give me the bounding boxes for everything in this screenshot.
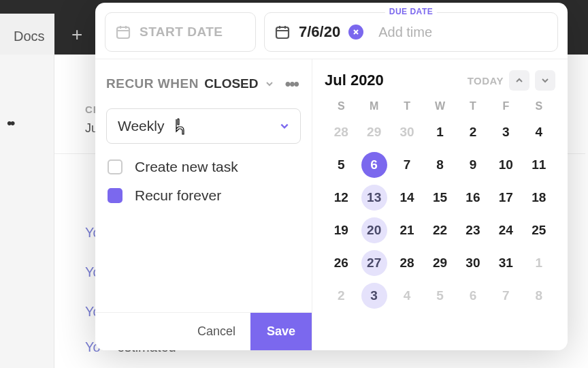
calendar-day[interactable]: 6 bbox=[357, 151, 390, 179]
chevron-down-icon bbox=[280, 118, 289, 134]
calendar-day[interactable]: 1 bbox=[523, 249, 555, 277]
calendar-day[interactable]: 15 bbox=[423, 183, 456, 212]
calendar-day[interactable]: 30 bbox=[391, 118, 423, 147]
calendar-day[interactable]: 6 bbox=[457, 281, 489, 310]
left-gutter bbox=[0, 55, 54, 368]
calendar-nav: TODAY bbox=[468, 70, 555, 91]
calendar-day[interactable]: 12 bbox=[325, 183, 357, 212]
calendar-day[interactable]: 7 bbox=[391, 151, 423, 179]
svg-rect-1 bbox=[276, 27, 289, 38]
calendar-day[interactable]: 4 bbox=[391, 281, 423, 310]
save-button[interactable]: Save bbox=[250, 313, 312, 351]
recurrence-pane: RECUR WHEN CLOSED ••• Weekly Create new … bbox=[95, 59, 312, 350]
add-time-button[interactable]: Add time bbox=[378, 25, 432, 40]
due-date-value: 7/6/20 bbox=[299, 23, 340, 41]
start-date-field[interactable]: START DATE bbox=[105, 12, 256, 52]
calendar-day[interactable]: 25 bbox=[523, 216, 555, 245]
create-new-task-option[interactable]: Create new task bbox=[108, 159, 299, 175]
calendar-day[interactable]: 2 bbox=[325, 281, 357, 310]
option-label: Create new task bbox=[135, 159, 238, 175]
calendar-day[interactable]: 17 bbox=[489, 183, 522, 212]
calendar-day[interactable]: 29 bbox=[423, 249, 456, 277]
calendar-day[interactable]: 3 bbox=[357, 281, 390, 310]
calendar-icon bbox=[115, 24, 131, 40]
calendar-day[interactable]: 31 bbox=[489, 249, 522, 277]
calendar-pane: Jul 2020 TODAY SMTWTFS 28293012345678910… bbox=[312, 59, 568, 350]
start-date-placeholder: START DATE bbox=[140, 25, 223, 40]
plus-icon[interactable]: + bbox=[71, 24, 82, 46]
calendar-day[interactable]: 8 bbox=[523, 281, 555, 310]
calendar-day[interactable]: 26 bbox=[325, 249, 357, 277]
calendar-day[interactable]: 16 bbox=[457, 183, 489, 212]
calendar-day[interactable]: 11 bbox=[523, 151, 555, 179]
modal-header: START DATE DUE DATE 7/6/20 Add time bbox=[95, 3, 568, 59]
calendar-day[interactable]: 4 bbox=[523, 118, 555, 147]
day-of-week-label: T bbox=[391, 100, 423, 112]
day-of-week-label: S bbox=[523, 100, 555, 112]
option-label: Recur forever bbox=[135, 187, 221, 204]
recur-trigger-dropdown[interactable]: RECUR WHEN CLOSED bbox=[106, 76, 274, 91]
due-date-label: DUE DATE bbox=[385, 7, 437, 16]
calendar-day[interactable]: 1 bbox=[423, 118, 456, 147]
svg-rect-0 bbox=[117, 27, 129, 38]
recur-header: RECUR WHEN CLOSED ••• bbox=[106, 72, 301, 96]
calendar-day[interactable]: 7 bbox=[489, 281, 522, 310]
calendar-day[interactable]: 9 bbox=[457, 151, 489, 179]
clear-due-date-button[interactable] bbox=[348, 25, 363, 40]
chevron-up-icon bbox=[515, 76, 523, 85]
today-button[interactable]: TODAY bbox=[468, 75, 504, 87]
calendar-day[interactable]: 28 bbox=[391, 249, 423, 277]
calendar-day[interactable]: 30 bbox=[457, 249, 489, 277]
day-of-week-label: T bbox=[457, 100, 489, 112]
calendar-header: Jul 2020 TODAY bbox=[325, 70, 555, 91]
calendar-day[interactable]: 14 bbox=[391, 183, 423, 212]
recur-prefix: RECUR WHEN bbox=[106, 76, 199, 91]
day-of-week-row: SMTWTFS bbox=[325, 100, 555, 112]
calendar-icon bbox=[274, 24, 291, 40]
calendar-day[interactable]: 5 bbox=[325, 151, 357, 179]
day-of-week-label: S bbox=[325, 100, 357, 112]
day-of-week-label: W bbox=[423, 100, 456, 112]
frequency-select[interactable]: Weekly bbox=[106, 108, 301, 144]
ellipsis-icon[interactable]: •• bbox=[7, 114, 13, 132]
chevron-down-icon bbox=[541, 76, 549, 85]
calendar-day[interactable]: 28 bbox=[325, 118, 357, 147]
docs-tab[interactable]: Docs bbox=[0, 14, 54, 59]
calendar-day[interactable]: 29 bbox=[357, 118, 390, 147]
month-title: Jul 2020 bbox=[325, 72, 384, 89]
more-options-button[interactable]: ••• bbox=[282, 72, 301, 96]
chevron-down-icon bbox=[265, 78, 274, 91]
calendar-day[interactable]: 23 bbox=[457, 216, 489, 245]
modal-body: RECUR WHEN CLOSED ••• Weekly Create new … bbox=[95, 59, 568, 350]
calendar-day[interactable]: 22 bbox=[423, 216, 456, 245]
calendar-day[interactable]: 27 bbox=[357, 249, 390, 277]
recurrence-options: Create new task Recur forever bbox=[106, 159, 301, 204]
modal-footer: Cancel Save bbox=[95, 312, 312, 350]
next-month-button[interactable] bbox=[535, 70, 555, 91]
frequency-value: Weekly bbox=[118, 118, 164, 134]
calendar-day[interactable]: 13 bbox=[357, 183, 390, 212]
calendar-day[interactable]: 18 bbox=[523, 183, 555, 212]
prev-month-button[interactable] bbox=[509, 70, 529, 91]
recur-state: CLOSED bbox=[204, 76, 258, 91]
recur-forever-option[interactable]: Recur forever bbox=[108, 187, 299, 204]
calendar-grid: 2829301234567891011121314151617181920212… bbox=[325, 118, 555, 310]
calendar-day[interactable]: 24 bbox=[489, 216, 522, 245]
cancel-button[interactable]: Cancel bbox=[182, 313, 250, 350]
calendar-day[interactable]: 21 bbox=[391, 216, 423, 245]
day-of-week-label: M bbox=[357, 100, 390, 112]
calendar-day[interactable]: 2 bbox=[457, 118, 489, 147]
calendar-day[interactable]: 20 bbox=[357, 216, 390, 245]
date-picker-modal: START DATE DUE DATE 7/6/20 Add time RECU… bbox=[95, 3, 568, 350]
checkbox-unchecked-icon[interactable] bbox=[108, 159, 122, 174]
calendar-day[interactable]: 19 bbox=[325, 216, 357, 245]
calendar-day[interactable]: 3 bbox=[489, 118, 522, 147]
calendar-day[interactable]: 8 bbox=[423, 151, 456, 179]
day-of-week-label: F bbox=[489, 100, 522, 112]
calendar-day[interactable]: 10 bbox=[489, 151, 522, 179]
due-date-field[interactable]: DUE DATE 7/6/20 Add time bbox=[264, 12, 558, 52]
calendar-day[interactable]: 5 bbox=[423, 281, 456, 310]
checkbox-checked-icon[interactable] bbox=[108, 188, 122, 203]
